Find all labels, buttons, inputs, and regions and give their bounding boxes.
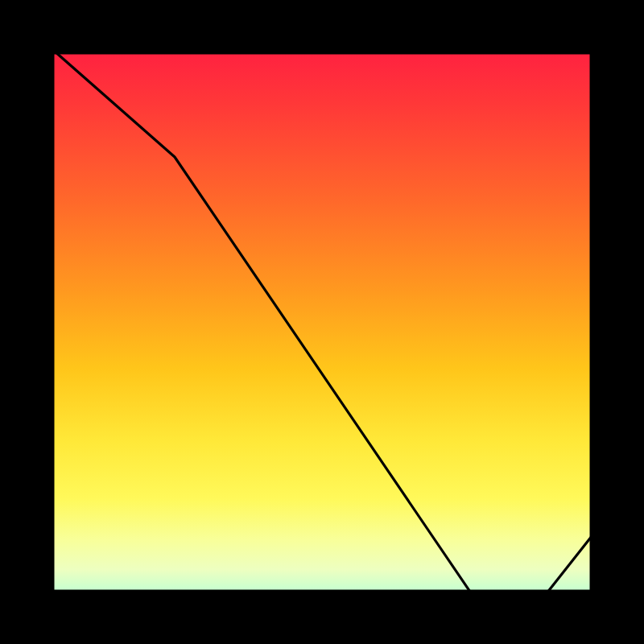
plot-background (27, 27, 617, 617)
chart-container: TheBottleneck.com (0, 0, 644, 644)
bottleneck-chart (0, 0, 644, 644)
